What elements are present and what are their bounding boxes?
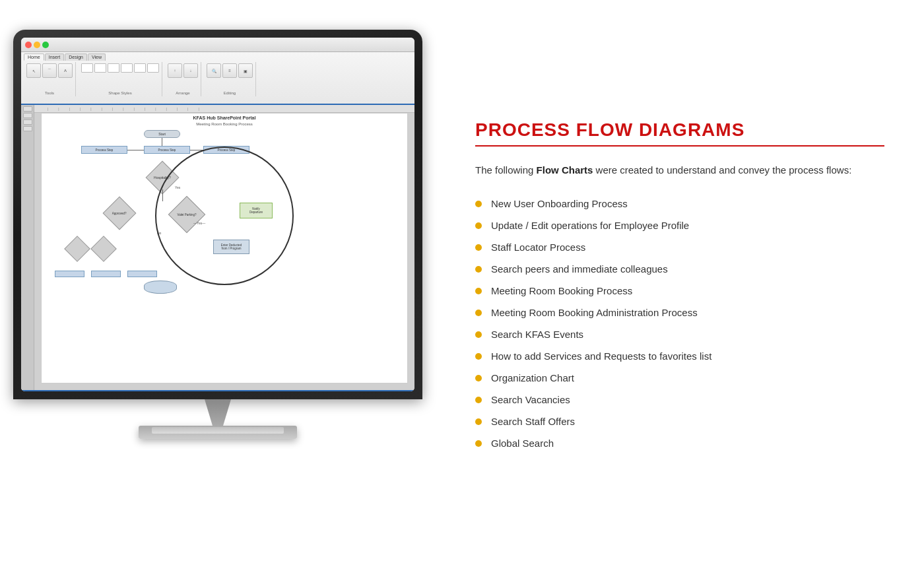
- monitor-status-bar: ■ ——————————— ■: [21, 390, 414, 391]
- shape-style-1: [81, 63, 93, 73]
- canvas-main: ||||| ||||| ||||| KFAS Hub SharePoint Po…: [34, 105, 414, 390]
- bullet-dot: [475, 244, 482, 251]
- bullet-item: How to add Services and Requests to favo…: [475, 345, 884, 367]
- ribbon-group-editing: 🔍 ≡ ▣ Editing: [204, 62, 256, 96]
- fc-deducted: Enter Deductedfrom / Program: [213, 240, 249, 254]
- send-back-btn[interactable]: ↓: [183, 63, 198, 78]
- bullet-item: Search KFAS Events: [475, 323, 884, 345]
- ribbon-content: ↖ ⌒ A Tools: [24, 62, 412, 100]
- ribbon-group-tools: ↖ ⌒ A Tools: [24, 62, 76, 96]
- bullet-dot: [475, 397, 482, 403]
- panel-item-1: [23, 106, 32, 112]
- bullet-dot: [475, 201, 482, 207]
- diagram-subtitle: Meeting Room Booking Process: [42, 122, 407, 126]
- monitor-section: Home Insert Design View ↖ ⌒ A Tools: [0, 0, 436, 561]
- content-section: PROCESS FLOW DIAGRAMS The following Flow…: [436, 0, 924, 561]
- fc-arrow-h2: [190, 150, 203, 150]
- bullet-dot: [475, 266, 482, 273]
- maximize-btn: [42, 42, 49, 48]
- bullet-item: New User Onboarding Process: [475, 193, 884, 214]
- intro-suffix: were created to understand and convey th…: [593, 164, 851, 176]
- bullet-text-5: Meeting Room Booking Administration Proc…: [491, 306, 698, 319]
- bullet-item: Staff Locator Process: [475, 236, 884, 258]
- section-title: PROCESS FLOW DIAGRAMS: [475, 120, 884, 141]
- bullet-dot: [475, 288, 482, 294]
- connector-btn[interactable]: ⌒: [42, 63, 57, 78]
- intro-paragraph: The following Flow Charts were created t…: [475, 162, 884, 178]
- bullet-item: Global Search: [475, 432, 884, 454]
- ribbon-tabs: Home Insert Design View: [24, 53, 412, 61]
- app-titlebar: [21, 38, 414, 52]
- monitor-neck: [191, 399, 244, 426]
- bullet-text-6: Search KFAS Events: [491, 327, 583, 341]
- no-label-1: No: [157, 231, 161, 235]
- monitor-base-inner: [152, 427, 284, 434]
- monitor-bezel: Home Insert Design View ↖ ⌒ A Tools: [13, 30, 422, 399]
- bring-front-btn[interactable]: ↑: [168, 63, 182, 78]
- ribbon-tab-insert: Insert: [45, 53, 65, 61]
- fc-rect-2: Process Step: [144, 146, 190, 154]
- shape-style-6: [147, 63, 159, 73]
- bullet-text-4: Meeting Room Booking Process: [491, 284, 632, 298]
- bullet-dot: [475, 353, 482, 360]
- intro-prefix: The following: [475, 164, 537, 176]
- bullet-item: Search Staff Offers: [475, 411, 884, 432]
- yes-label-2: —Yes—: [193, 221, 205, 225]
- bullet-text-1: Update / Edit operations for Employee Pr…: [491, 218, 689, 232]
- fc-arrow-2: [162, 189, 163, 201]
- app-ribbon: Home Insert Design View ↖ ⌒ A Tools: [21, 52, 414, 105]
- fc-notify: NotifyDeparture: [240, 203, 273, 218]
- monitor: Home Insert Design View ↖ ⌒ A Tools: [13, 30, 422, 531]
- fc-diamond-valet: Valet Parking?: [168, 196, 206, 234]
- bullet-list: New User Onboarding ProcessUpdate / Edit…: [475, 193, 884, 454]
- bullet-text-8: Organization Chart: [491, 371, 574, 385]
- diagram-title: KFAS Hub SharePoint Portal: [42, 114, 407, 122]
- layers-btn[interactable]: ≡: [222, 63, 237, 78]
- panel-item-4: [23, 126, 32, 131]
- tools-label: Tools: [45, 91, 54, 95]
- panel-item-2: [23, 113, 32, 118]
- pointer-tool-btn[interactable]: ↖: [26, 63, 41, 78]
- flowchart: Start Process Step Process Step Process …: [42, 129, 407, 378]
- bullet-dot: [475, 375, 482, 381]
- bullet-text-3: Search peers and immediate colleagues: [491, 262, 668, 276]
- minimize-btn: [34, 42, 40, 48]
- bullet-text-2: Staff Locator Process: [491, 240, 585, 254]
- bullet-item: Search Vacancies: [475, 389, 884, 411]
- bullet-item: Organization Chart: [475, 367, 884, 389]
- title-underline: [475, 145, 884, 147]
- bullet-dot: [475, 222, 482, 229]
- bullet-item: Search peers and immediate colleagues: [475, 258, 884, 280]
- ribbon-tab-design: Design: [65, 53, 87, 61]
- fc-diamond-bot1: [64, 236, 90, 262]
- bullet-item: Meeting Room Booking Administration Proc…: [475, 302, 884, 323]
- shape-style-3: [108, 63, 119, 73]
- find-btn[interactable]: 🔍: [207, 63, 221, 78]
- ribbon-group-arrange: ↑ ↓ Arrange: [165, 62, 201, 96]
- bullet-text-7: How to add Services and Requests to favo…: [491, 349, 711, 363]
- monitor-base: [139, 426, 297, 439]
- close-btn: [25, 42, 32, 48]
- panel-item-3: [23, 119, 32, 125]
- fc-rect-3: Process Step: [203, 146, 249, 154]
- bullet-text-9: Search Vacancies: [491, 393, 570, 407]
- ribbon-group-shapes: Shape Styles: [79, 62, 162, 96]
- ribbon-tab-home: Home: [24, 53, 44, 61]
- bullet-dot: [475, 418, 482, 425]
- bullet-item: Meeting Room Booking Process: [475, 280, 884, 302]
- app-canvas: ||||| ||||| ||||| KFAS Hub SharePoint Po…: [21, 105, 414, 390]
- fc-arrow-1: [162, 138, 162, 146]
- select-btn[interactable]: ▣: [238, 63, 253, 78]
- bullet-item: Update / Edit operations for Employee Pr…: [475, 214, 884, 236]
- intro-bold: Flow Charts: [537, 164, 593, 176]
- text-btn[interactable]: A: [58, 63, 73, 78]
- bullet-text-0: New User Onboarding Process: [491, 197, 628, 211]
- fc-arrow-h1: [127, 150, 144, 150]
- fc-diamond-approved: Approved?: [103, 197, 137, 230]
- bullet-dot: [475, 440, 482, 447]
- shape-style-4: [121, 63, 133, 73]
- ribbon-tab-view: View: [88, 53, 106, 61]
- ruler-top: ||||| ||||| |||||: [34, 105, 414, 113]
- bullet-dot: [475, 331, 482, 338]
- shape-styles-label: Shape Styles: [108, 91, 131, 95]
